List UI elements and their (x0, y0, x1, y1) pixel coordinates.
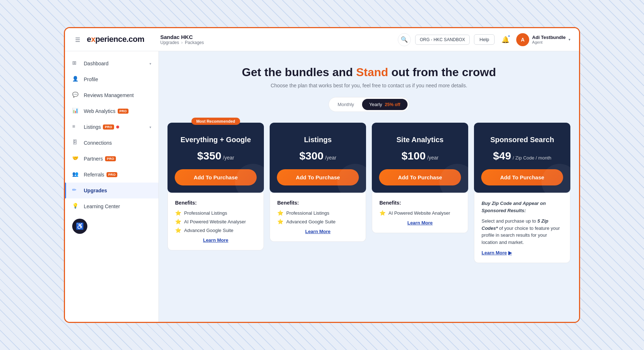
benefit-0-2: ⭐ Advanced Google Suite (175, 227, 256, 233)
user-area[interactable]: A Adi Testbundle Agent ▾ (516, 33, 570, 46)
help-button[interactable]: Help (474, 34, 495, 45)
plan-name-2: Site Analytics (379, 136, 461, 144)
menu-button[interactable]: ☰ (74, 35, 82, 45)
org-badge[interactable]: ORG - HKC SANDBOX (415, 35, 470, 45)
sidebar-item-profile[interactable]: 👤 Profile (65, 71, 158, 87)
learn-more-link-3[interactable]: Learn More ▶ (482, 250, 563, 255)
referrals-labels: Referrals PRO (84, 172, 117, 178)
hero-title-part1: Get the bundles and (242, 66, 356, 79)
benefit-icon-0-2: ⭐ (175, 227, 181, 233)
add-to-purchase-button-2[interactable]: Add To Purchase (379, 169, 461, 185)
recommended-badge: Most Recommended (191, 118, 240, 125)
plan-card-bottom-1: Benefits: ⭐ Professional Listings ⭐ Adva… (270, 193, 366, 242)
sidebar-item-referrals[interactable]: 👥 Referrals PRO (65, 167, 158, 183)
logo: experience.com (87, 35, 144, 44)
partners-icon: 🤝 (72, 155, 79, 162)
benefit-icon-1-1: ⭐ (277, 219, 283, 224)
price-amount-2: $100 (401, 150, 426, 162)
user-name: Adi Testbundle (532, 35, 566, 40)
top-header: ☰ experience.com Sandac HKC Upgrades › P… (65, 28, 579, 51)
search-icon: 🔍 (401, 36, 408, 43)
benefit-icon-0-0: ⭐ (175, 210, 181, 216)
add-to-purchase-button-0[interactable]: Add To Purchase (175, 169, 257, 185)
breadcrumb: Upgrades › Packages (160, 40, 398, 45)
plan-card-inner-2: Site Analytics $100 /year Add To Purchas… (372, 123, 468, 193)
plan-price-0: $350 /year (175, 150, 257, 162)
listings-pro-badge: PRO (103, 124, 114, 130)
search-button[interactable]: 🔍 (398, 33, 411, 46)
sidebar-label-upgrades: Upgrades (84, 188, 107, 193)
notification-button[interactable]: 🔔 (499, 33, 512, 46)
hero-banner: Get the bundles and Stand out from the c… (159, 51, 579, 123)
benefit-icon-2-0: ⭐ (379, 210, 386, 216)
header-middle: Sandac HKC Upgrades › Packages (160, 34, 398, 45)
profile-icon: 👤 (72, 76, 79, 83)
zip-code-count: 5 Zip Codes* (482, 218, 548, 231)
main-content: Get the bundles and Stand out from the c… (159, 51, 579, 322)
sidebar-label-profile: Profile (84, 76, 98, 82)
toggle-monthly[interactable]: Monthly (330, 99, 361, 110)
plan-name-1: Listings (277, 136, 359, 144)
referrals-pro-badge: PRO (106, 172, 117, 177)
user-info: Adi Testbundle Agent (532, 35, 566, 44)
partners-labels: Partners PRO (84, 156, 116, 162)
sidebar-item-connections[interactable]: 🗄 Connections (65, 135, 158, 151)
accessibility-button[interactable]: ♿ (72, 219, 87, 234)
sidebar-item-learning[interactable]: 💡 Learning Center (65, 198, 158, 214)
listings-chevron-icon: ▾ (149, 125, 151, 129)
sidebar-item-upgrades[interactable]: ✏ Upgrades (65, 183, 158, 198)
sidebar-label-partners: Partners (84, 156, 103, 162)
breadcrumb-parent[interactable]: Upgrades (160, 40, 179, 45)
benefit-1-1: ⭐ Advanced Google Suite (277, 219, 358, 224)
notification-dot (508, 35, 510, 38)
sidebar-label-referrals: Referrals (84, 172, 104, 178)
sidebar-item-reviews[interactable]: 💬 Reviews Management (65, 87, 158, 103)
benefit-icon-0-1: ⭐ (175, 219, 181, 224)
toggle-yearly[interactable]: Yearly 25% off (362, 99, 408, 110)
web-analytics-icon: 📊 (72, 108, 79, 115)
benefit-0-1: ⭐ AI Powered Website Analyser (175, 219, 256, 224)
learn-more-link-0[interactable]: Learn More (175, 237, 256, 243)
sidebar-item-web-analytics[interactable]: 📊 Web Analytics PRO (65, 103, 158, 119)
learn-more-link-2[interactable]: Learn More (379, 220, 461, 226)
web-analytics-pro-badge: PRO (118, 109, 129, 114)
learn-more-link-1[interactable]: Learn More (277, 229, 358, 234)
header-actions: 🔍 ORG - HKC SANDBOX Help 🔔 A Adi Testbun… (398, 33, 570, 46)
connections-icon: 🗄 (72, 139, 79, 146)
price-period-2: /year (427, 155, 439, 161)
price-amount-1: $300 (299, 150, 323, 162)
web-analytics-labels: Web Analytics PRO (84, 108, 129, 114)
hero-title-highlight: Stand (356, 66, 388, 79)
avatar: A (516, 33, 529, 46)
benefit-icon-1-0: ⭐ (277, 210, 283, 216)
price-amount-3: $49 (493, 150, 511, 162)
learning-icon: 💡 (72, 203, 79, 210)
plan-name-3: Sponsored Search (481, 136, 563, 144)
active-indicator (65, 183, 66, 198)
sidebar-item-dashboard[interactable]: ⊞ Dashboard ▾ (65, 56, 158, 71)
accessibility-icon: ♿ (76, 222, 84, 230)
sidebar-item-dashboard-labels: Dashboard (84, 61, 109, 66)
benefit-text-1-1: Advanced Google Suite (286, 219, 336, 224)
plan-card-listings: Listings $300 /year Add To Purchase Bene… (270, 123, 366, 263)
hero-subtitle: Choose the plan that works best for you,… (166, 83, 572, 88)
plan-card-inner-1: Listings $300 /year Add To Purchase (270, 123, 366, 193)
plan-card-bottom-2: Benefits: ⭐ AI Powered Website Analyser … (372, 193, 468, 233)
add-to-purchase-button-1[interactable]: Add To Purchase (277, 169, 359, 185)
sidebar: ⊞ Dashboard ▾ 👤 Profile 💬 Reviews Manage… (65, 51, 159, 322)
benefits-title-1: Benefits: (277, 200, 358, 206)
sidebar-label-listings: Listings (84, 124, 101, 130)
sidebar-label-connections: Connections (84, 140, 112, 146)
sidebar-label-reviews: Reviews Management (84, 92, 134, 98)
sidebar-item-partners[interactable]: 🤝 Partners PRO (65, 151, 158, 167)
plan-name-0: Everything + Google (175, 136, 257, 144)
sponsored-desc-title: Buy Zip Code and Appear on Sponsored Res… (482, 201, 546, 213)
referrals-icon: 👥 (72, 171, 79, 178)
benefits-title-2: Benefits: (379, 200, 461, 206)
price-period-3: / Zip Code / month (513, 155, 551, 161)
sidebar-item-listings[interactable]: ≡ Listings PRO ▾ (65, 119, 158, 135)
benefit-text-2-0: AI Powered Website Analyser (388, 210, 450, 216)
add-to-purchase-button-3[interactable]: Add To Purchase (481, 169, 563, 185)
dashboard-chevron-icon: ▾ (149, 62, 151, 66)
user-role: Agent (532, 40, 566, 44)
